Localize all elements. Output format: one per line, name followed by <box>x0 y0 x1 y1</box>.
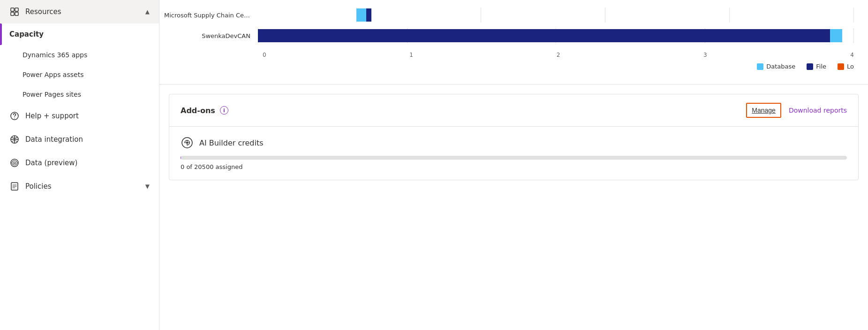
ai-builder-progress-fill <box>181 156 181 160</box>
sidebar-item-help-support[interactable]: Help + support <box>0 104 159 128</box>
main-content: Microsoft Supply Chain Center... <box>159 0 868 330</box>
legend-file: File <box>807 63 826 70</box>
addons-title: Add-ons <box>181 106 215 115</box>
manage-button[interactable]: Manage <box>746 103 781 118</box>
ai-builder-progress-label: 0 of 20500 assigned <box>181 163 847 170</box>
svg-point-5 <box>14 118 15 119</box>
resources-chevron-up-icon: ▲ <box>145 8 150 15</box>
database-legend-label: Database <box>766 63 795 70</box>
resources-icon <box>9 7 20 17</box>
download-reports-link[interactable]: Download reports <box>789 107 847 114</box>
power-apps-label: Power Apps assets <box>23 71 83 78</box>
x-axis-labels: 0 1 2 3 4 <box>263 49 854 58</box>
sidebar-item-policies[interactable]: Policies ▼ <box>0 175 159 198</box>
log-swatch <box>838 63 844 70</box>
chart-label-1: Microsoft Supply Chain Center... <box>164 12 258 19</box>
chart-legend: Database File Lo <box>159 58 868 75</box>
x-label-1: 1 <box>409 52 413 58</box>
ai-builder-section: AI Builder credits 0 of 20500 assigned <box>169 127 858 180</box>
x-label-3: 3 <box>703 52 707 58</box>
sidebar: Resources ▲ Capacity Dynamics 365 apps P… <box>0 0 159 330</box>
bar-db-2 <box>830 29 842 42</box>
data-integration-label: Data integration <box>25 135 83 144</box>
svg-point-8 <box>14 162 15 164</box>
chart-container: Microsoft Supply Chain Center... <box>159 0 868 84</box>
data-preview-label: Data (preview) <box>25 159 77 167</box>
help-support-label: Help + support <box>25 112 79 120</box>
sidebar-item-data-integration[interactable]: Data integration <box>0 128 159 151</box>
chart-row-1: Microsoft Supply Chain Center... <box>164 8 854 23</box>
svg-point-11 <box>186 142 188 144</box>
dynamics-label: Dynamics 365 apps <box>23 51 87 59</box>
sidebar-item-power-apps[interactable]: Power Apps assets <box>0 65 159 84</box>
sidebar-item-dynamics[interactable]: Dynamics 365 apps <box>0 45 159 65</box>
bar-file-1 <box>366 8 371 22</box>
bar-file-2 <box>258 29 830 42</box>
chart-label-2: SwenkaDevCAN <box>164 32 258 39</box>
addons-section: Add-ons i Manage Download reports <box>169 94 859 180</box>
x-label-4: 4 <box>850 52 854 58</box>
svg-rect-2 <box>11 12 14 15</box>
sidebar-resources-section: Resources ▲ Capacity Dynamics 365 apps P… <box>0 0 159 104</box>
data-preview-icon <box>9 158 20 168</box>
policies-icon <box>9 181 20 192</box>
x-label-2: 2 <box>557 52 560 58</box>
policies-chevron-down-icon: ▼ <box>145 183 150 190</box>
addons-actions: Manage Download reports <box>746 103 847 118</box>
sidebar-item-resources[interactable]: Resources ▲ <box>0 0 159 23</box>
legend-database: Database <box>757 63 795 70</box>
policies-label: Policies <box>25 182 51 191</box>
help-support-icon <box>9 111 20 121</box>
svg-rect-1 <box>15 8 18 11</box>
legend-log: Lo <box>838 63 854 70</box>
ai-builder-header: AI Builder credits <box>181 136 847 149</box>
file-legend-label: File <box>816 63 826 70</box>
svg-rect-0 <box>11 8 14 11</box>
sidebar-item-power-pages[interactable]: Power Pages sites <box>0 84 159 104</box>
addons-header: Add-ons i Manage Download reports <box>169 94 858 127</box>
ai-builder-progress-track <box>181 156 847 160</box>
sidebar-item-capacity[interactable]: Capacity <box>0 23 159 45</box>
power-pages-label: Power Pages sites <box>23 91 81 98</box>
file-swatch <box>807 63 813 70</box>
resources-label: Resources <box>25 8 61 16</box>
database-swatch <box>757 63 763 70</box>
data-integration-icon <box>9 134 20 145</box>
chart-row-2: SwenkaDevCAN <box>164 28 854 43</box>
svg-rect-3 <box>15 12 18 15</box>
x-label-0: 0 <box>263 52 266 58</box>
addons-info-icon[interactable]: i <box>220 106 228 115</box>
ai-builder-title: AI Builder credits <box>199 138 264 147</box>
ai-builder-icon <box>181 136 194 149</box>
sidebar-item-data-preview[interactable]: Data (preview) <box>0 151 159 175</box>
capacity-label: Capacity <box>9 30 44 38</box>
bar-db-1 <box>356 8 366 22</box>
log-legend-label: Lo <box>847 63 854 70</box>
